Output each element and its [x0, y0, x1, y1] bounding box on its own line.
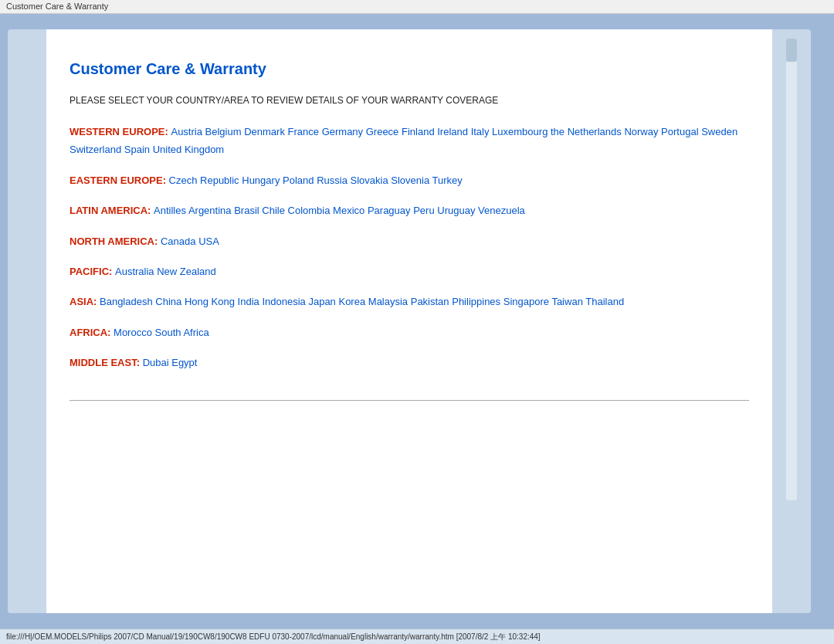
country-link-indonesia[interactable]: Indonesia	[262, 296, 305, 307]
country-link-antilles[interactable]: Antilles	[154, 205, 186, 216]
country-link-chile[interactable]: Chile	[262, 205, 285, 216]
country-link-colombia[interactable]: Colombia	[288, 205, 331, 216]
country-link-morocco[interactable]: Morocco	[114, 327, 152, 338]
country-link-paraguay[interactable]: Paraguay	[368, 205, 411, 216]
country-link-greece[interactable]: Greece	[366, 126, 399, 137]
country-link-switzerland[interactable]: Switzerland	[70, 144, 121, 155]
country-link-poland[interactable]: Poland	[283, 175, 314, 186]
region-label-latin-america: LATIN AMERICA:	[70, 205, 154, 216]
country-link-norway[interactable]: Norway	[624, 126, 658, 137]
country-link-mexico[interactable]: Mexico	[333, 205, 364, 216]
country-link-denmark[interactable]: Denmark	[244, 126, 285, 137]
country-link-hungary[interactable]: Hungary	[242, 175, 280, 186]
region-western-europe: WESTERN EUROPE: Austria Belgium Denmark …	[70, 123, 749, 159]
country-link-czech-republic[interactable]: Czech Republic	[169, 175, 239, 186]
region-label-western-europe: WESTERN EUROPE:	[70, 126, 171, 137]
region-africa: AFRICA: Morocco South Africa	[70, 324, 749, 341]
country-link-japan[interactable]: Japan	[308, 296, 335, 307]
country-link-venezuela[interactable]: Venezuela	[478, 205, 525, 216]
region-label-africa: AFRICA:	[70, 327, 114, 338]
main-content: Customer Care & Warranty PLEASE SELECT Y…	[46, 29, 772, 613]
title-bar-text: Customer Care & Warranty	[6, 2, 108, 11]
country-link-spain[interactable]: Spain	[124, 144, 150, 155]
country-link-uruguay[interactable]: Uruguay	[437, 205, 475, 216]
country-link-turkey[interactable]: Turkey	[432, 175, 463, 186]
scrollbar-track[interactable]	[786, 39, 797, 500]
country-link-thailand[interactable]: Thailand	[585, 296, 624, 307]
country-link-singapore[interactable]: Singapore	[503, 296, 549, 307]
region-north-america: NORTH AMERICA: Canada USA	[70, 232, 749, 250]
country-link-taiwan[interactable]: Taiwan	[551, 296, 582, 307]
country-link-south-africa[interactable]: South Africa	[155, 327, 209, 338]
country-link-luxembourg[interactable]: Luxembourg	[492, 126, 548, 137]
country-link-slovenia[interactable]: Slovenia	[391, 175, 429, 186]
country-link-peru[interactable]: Peru	[413, 205, 434, 216]
country-link-bangladesh[interactable]: Bangladesh	[100, 296, 153, 307]
country-link-malaysia[interactable]: Malaysia	[368, 296, 408, 307]
country-link-dubai[interactable]: Dubai	[143, 357, 169, 368]
country-link-argentina[interactable]: Argentina	[188, 205, 232, 216]
country-link-united-kingdom[interactable]: United Kingdom	[153, 144, 225, 155]
region-latin-america: LATIN AMERICA: Antilles Argentina Brasil…	[70, 202, 749, 219]
region-middle-east: MIDDLE EAST: Dubai Egypt	[70, 354, 749, 371]
country-link-finland[interactable]: Finland	[402, 126, 435, 137]
country-link-germany[interactable]: Germany	[322, 126, 363, 137]
page-title: Customer Care & Warranty	[70, 60, 749, 78]
status-bar: file:///H|/OEM.MODELS/Philips 2007/CD Ma…	[0, 629, 834, 644]
country-link-brasil[interactable]: Brasil	[234, 205, 259, 216]
regions-container: WESTERN EUROPE: Austria Belgium Denmark …	[70, 123, 749, 385]
country-link-korea[interactable]: Korea	[338, 296, 365, 307]
browser-window: Customer Care & Warranty Customer Care &…	[0, 0, 834, 644]
country-link-india[interactable]: India	[238, 296, 259, 307]
region-label-asia: ASIA:	[70, 296, 100, 307]
divider	[70, 400, 749, 401]
country-link-usa[interactable]: USA	[198, 236, 219, 247]
country-link-ireland[interactable]: Ireland	[437, 126, 468, 137]
country-link-pakistan[interactable]: Pakistan	[411, 296, 449, 307]
country-link-russia[interactable]: Russia	[317, 175, 348, 186]
country-link-australia[interactable]: Australia	[115, 266, 154, 277]
region-asia: ASIA: Bangladesh China Hong Kong India I…	[70, 293, 749, 310]
country-link-hong-kong[interactable]: Hong Kong	[185, 296, 235, 307]
country-link-portugal[interactable]: Portugal	[661, 126, 698, 137]
country-link-china[interactable]: China	[155, 296, 181, 307]
country-link-egypt[interactable]: Egypt	[171, 357, 197, 368]
region-label-north-america: NORTH AMERICA:	[70, 236, 161, 247]
right-panel	[772, 29, 811, 613]
country-link-sweden[interactable]: Sweden	[701, 126, 737, 137]
country-link-philippines[interactable]: Philippines	[452, 296, 500, 307]
status-bar-text: file:///H|/OEM.MODELS/Philips 2007/CD Ma…	[6, 632, 541, 642]
title-bar: Customer Care & Warranty	[0, 0, 834, 14]
country-link-france[interactable]: France	[288, 126, 319, 137]
country-link-austria[interactable]: Austria	[171, 126, 202, 137]
region-eastern-europe: EASTERN EUROPE: Czech Republic Hungary P…	[70, 171, 749, 189]
scrollbar-thumb[interactable]	[786, 39, 797, 62]
country-link-belgium[interactable]: Belgium	[205, 126, 242, 137]
region-pacific: PACIFIC: Australia New Zealand	[70, 263, 749, 280]
browser-area: Customer Care & Warranty PLEASE SELECT Y…	[0, 14, 834, 629]
country-link-canada[interactable]: Canada	[161, 236, 196, 247]
left-panel	[8, 29, 46, 613]
country-link-the-netherlands[interactable]: the Netherlands	[551, 126, 622, 137]
country-link-new-zealand[interactable]: New Zealand	[157, 266, 216, 277]
country-link-italy[interactable]: Italy	[471, 126, 490, 137]
country-link-slovakia[interactable]: Slovakia	[351, 175, 388, 186]
region-label-pacific: PACIFIC:	[70, 266, 115, 277]
region-label-middle-east: MIDDLE EAST:	[70, 357, 143, 368]
region-label-eastern-europe: EASTERN EUROPE:	[70, 175, 169, 186]
page-subtitle: PLEASE SELECT YOUR COUNTRY/AREA TO REVIE…	[70, 93, 749, 107]
